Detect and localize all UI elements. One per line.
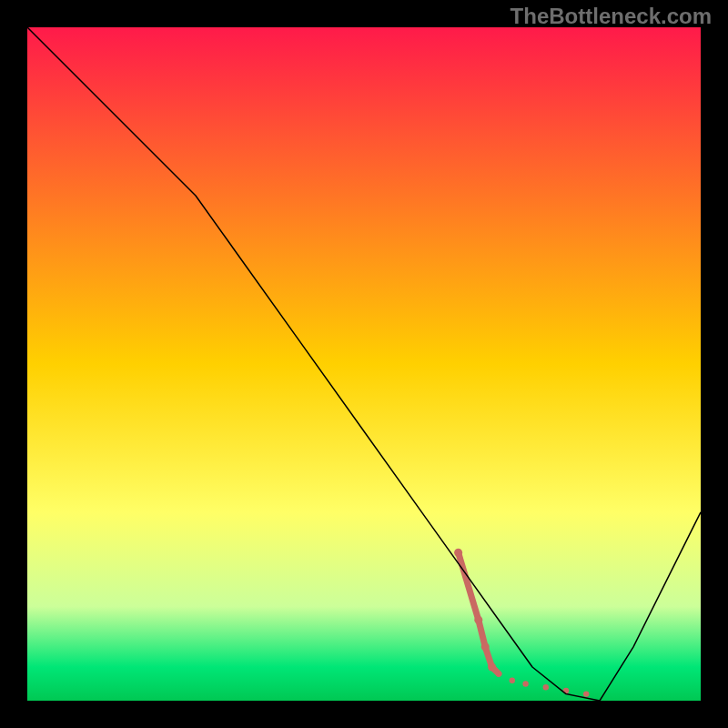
chart-svg <box>27 27 701 701</box>
highlight-dot <box>488 663 496 672</box>
highlight-dot <box>496 671 501 676</box>
highlight-dot <box>583 691 589 696</box>
chart-plot-area <box>27 27 701 701</box>
highlight-dot <box>454 549 462 557</box>
highlight-dot <box>543 684 549 690</box>
highlight-dot <box>510 678 515 683</box>
highlight-dot <box>522 681 528 686</box>
highlight-dot <box>474 616 482 624</box>
watermark-text: TheBottleneck.com <box>511 4 712 29</box>
highlight-dot <box>481 642 490 651</box>
